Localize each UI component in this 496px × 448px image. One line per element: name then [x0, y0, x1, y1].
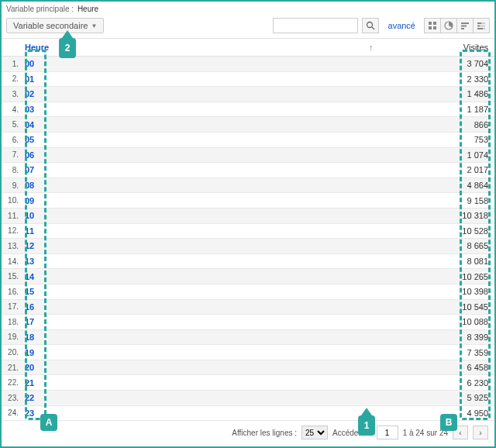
- table-row[interactable]: 16.1510 398: [2, 284, 494, 300]
- hour-value[interactable]: 23: [22, 408, 378, 418]
- table-row[interactable]: 23.225 925: [2, 391, 494, 406]
- table-row[interactable]: 12.1110 528: [2, 224, 494, 240]
- visits-value: 2 017: [378, 165, 494, 174]
- svg-rect-2: [429, 22, 432, 25]
- row-index: 9.: [2, 181, 22, 190]
- table-row[interactable]: 10.099 158: [2, 193, 494, 208]
- pager: Afficher les lignes : 25 Accéder à : 1 à…: [2, 421, 494, 444]
- view-bar-button[interactable]: [456, 18, 474, 33]
- hour-value[interactable]: 13: [22, 257, 378, 266]
- report-frame: Variable principale : Heure Variable sec…: [0, 0, 496, 448]
- hour-value[interactable]: 05: [22, 135, 378, 144]
- primary-dimension-bar: Variable principale : Heure: [2, 2, 494, 16]
- view-table-button[interactable]: [424, 18, 441, 33]
- hour-value[interactable]: 01: [22, 74, 378, 84]
- sort-arrow-icon: ↑: [369, 43, 374, 52]
- table-row[interactable]: 8.072 017: [2, 163, 494, 178]
- svg-rect-10: [477, 22, 481, 24]
- hour-value[interactable]: 12: [22, 241, 378, 250]
- visits-value: 4 864: [378, 181, 494, 190]
- table-row[interactable]: 14.138 081: [2, 254, 494, 270]
- show-rows-label: Afficher les lignes :: [232, 429, 297, 437]
- hour-value[interactable]: 18: [22, 333, 378, 342]
- row-index: 8.: [2, 166, 22, 174]
- bar-icon: [460, 21, 470, 30]
- hour-value[interactable]: 15: [22, 287, 378, 296]
- view-pie-button[interactable]: [440, 18, 457, 33]
- row-index: 20.: [2, 348, 22, 357]
- table-row[interactable]: 17.1610 545: [2, 300, 494, 315]
- hour-value[interactable]: 22: [22, 393, 378, 402]
- primary-dimension-label: Variable principale :: [6, 5, 74, 13]
- next-button[interactable]: ›: [473, 426, 488, 439]
- visits-value: 9 158: [378, 196, 494, 205]
- hour-value[interactable]: 11: [22, 226, 378, 236]
- primary-dimension-value: Heure: [78, 5, 98, 13]
- annotation-badge-2: 2: [59, 38, 76, 58]
- hour-value[interactable]: 14: [22, 272, 378, 281]
- table-row[interactable]: 1.003 704: [2, 57, 494, 72]
- visits-value: 1 486: [378, 89, 494, 98]
- row-index: 2.: [2, 74, 22, 83]
- row-index: 5.: [2, 120, 22, 129]
- hour-value[interactable]: 21: [22, 378, 378, 388]
- svg-point-0: [367, 22, 372, 28]
- row-index: 10.: [2, 196, 22, 205]
- view-buttons-group: [425, 18, 490, 33]
- table-row[interactable]: 3.021 486: [2, 87, 494, 102]
- row-index: 17.: [2, 302, 22, 311]
- visits-value: 10 318: [378, 211, 494, 220]
- table-row[interactable]: 22.216 230: [2, 375, 494, 391]
- rows-per-page-select[interactable]: 25: [301, 426, 328, 439]
- hour-value[interactable]: 02: [22, 89, 378, 98]
- goto-input[interactable]: [377, 426, 398, 439]
- table-row[interactable]: 6.05753: [2, 133, 494, 148]
- table-row[interactable]: 15.1410 265: [2, 269, 494, 284]
- table-row[interactable]: 24.234 950: [2, 406, 494, 422]
- row-index: 6.: [2, 136, 22, 144]
- visits-value: 753: [378, 135, 494, 144]
- secondary-dimension-button[interactable]: Variable secondaire ▼: [6, 18, 104, 33]
- table-row[interactable]: 2.012 330: [2, 72, 494, 88]
- hour-value[interactable]: 00: [22, 59, 378, 68]
- table-row[interactable]: 7.061 074: [2, 148, 494, 164]
- table-row[interactable]: 4.031 187: [2, 102, 494, 118]
- hour-value[interactable]: 20: [22, 363, 378, 372]
- table-row[interactable]: 19.188 399: [2, 330, 494, 346]
- svg-rect-13: [480, 26, 485, 27]
- table-row[interactable]: 5.04866: [2, 117, 494, 133]
- svg-rect-11: [481, 22, 485, 24]
- visits-value: 1 074: [378, 150, 494, 160]
- row-index: 1.: [2, 60, 22, 68]
- table-row[interactable]: 9.084 864: [2, 178, 494, 194]
- hour-value[interactable]: 04: [22, 120, 378, 129]
- table-row[interactable]: 20.197 359: [2, 345, 494, 360]
- table-row[interactable]: 11.1010 318: [2, 208, 494, 224]
- search-button[interactable]: [362, 18, 379, 33]
- hour-value[interactable]: 03: [22, 105, 378, 114]
- svg-line-1: [372, 27, 374, 29]
- search-input[interactable]: [273, 18, 358, 33]
- hour-value[interactable]: 10: [22, 211, 378, 220]
- table-row[interactable]: 13.128 665: [2, 239, 494, 254]
- hour-value[interactable]: 17: [22, 317, 378, 326]
- visits-value: 5 925: [378, 393, 494, 402]
- hour-value[interactable]: 07: [22, 165, 378, 174]
- hour-value[interactable]: 08: [22, 181, 378, 190]
- svg-rect-12: [477, 26, 480, 27]
- visits-value: 10 088: [378, 317, 494, 326]
- hour-value[interactable]: 09: [22, 196, 378, 205]
- advanced-link[interactable]: avancé: [388, 21, 415, 30]
- view-compare-button[interactable]: [473, 18, 490, 33]
- hour-value[interactable]: 19: [22, 348, 378, 357]
- hour-value[interactable]: 06: [22, 150, 378, 160]
- table-row[interactable]: 18.1710 088: [2, 315, 494, 330]
- table-row[interactable]: 21.206 458: [2, 360, 494, 376]
- visits-value: 2 330: [378, 74, 494, 84]
- row-index: 18.: [2, 318, 22, 326]
- hour-value[interactable]: 16: [22, 302, 378, 312]
- search-icon: [366, 21, 375, 30]
- annotation-badge-a: A: [40, 414, 57, 431]
- column-header-visits[interactable]: ↑ Visites: [378, 39, 494, 56]
- visits-value: 866: [378, 120, 494, 129]
